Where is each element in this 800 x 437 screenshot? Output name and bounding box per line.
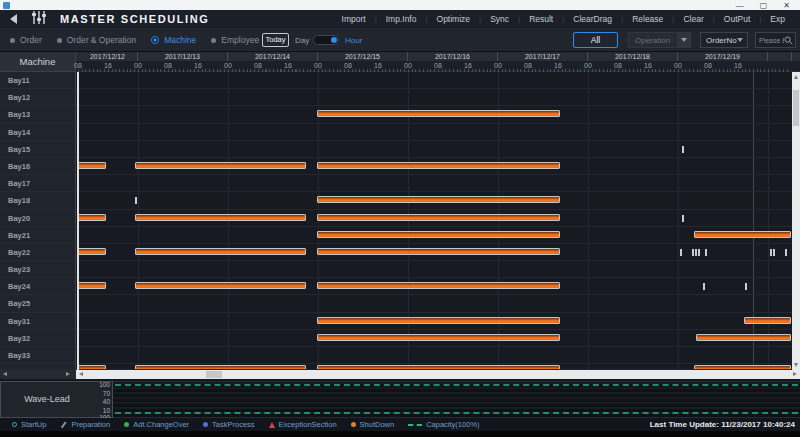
maximize-icon[interactable]: ▢ (760, 1, 768, 10)
vertical-scrollbar[interactable] (792, 72, 800, 370)
scroll-up-icon[interactable] (794, 75, 798, 79)
triangle-icon (269, 422, 275, 428)
task-mark[interactable] (785, 249, 787, 256)
chevron-down-icon (681, 38, 687, 42)
vertical-scroll-thumb[interactable] (793, 90, 799, 126)
task-mark[interactable] (745, 283, 747, 290)
hour-band: 0816000816000816000816000816000816000816… (76, 61, 800, 69)
hour-tick-label: 16 (554, 62, 562, 69)
menu-item-release[interactable]: Release (623, 14, 672, 24)
task-mark[interactable] (698, 249, 700, 256)
left-panel-scrollbar[interactable] (0, 370, 76, 379)
task-mark[interactable] (135, 197, 137, 204)
operation-select[interactable]: Operation (628, 32, 691, 48)
task-mark[interactable] (682, 146, 684, 153)
legend-item-shutdown: ShutDown (351, 420, 395, 429)
view-mode-employee[interactable]: Employee (211, 35, 259, 45)
menu-item-output[interactable]: OutPut (715, 14, 759, 24)
task-bar[interactable] (744, 317, 791, 324)
dot-icon (124, 422, 129, 427)
view-mode-order-operation[interactable]: Order & Operation (57, 35, 136, 45)
machine-name: Bay22 (0, 244, 75, 261)
legend-item-preparation: Preparation (60, 420, 110, 429)
gantt-row-bay17 (76, 175, 792, 192)
date-segment: 2017/12/14 (228, 52, 318, 61)
gantt-row-bay20 (76, 210, 792, 227)
toggle-knob[interactable] (331, 37, 337, 43)
date-label: 2017/12/14 (228, 52, 317, 61)
view-mode-machine[interactable]: Machine (151, 35, 196, 45)
task-bar[interactable] (317, 282, 560, 289)
task-mark[interactable] (770, 249, 772, 256)
last-update-status: Last Time Update: 11/23/2017 10:40:24 (650, 420, 795, 429)
menu-item-result[interactable]: Result (520, 14, 562, 24)
menu-item-optimize[interactable]: Optimize (428, 14, 480, 24)
machine-row-label: Bay16 (0, 158, 75, 175)
search-icon[interactable] (784, 31, 793, 49)
search-input[interactable] (756, 37, 784, 44)
hour-tick-label: 08 (74, 62, 82, 69)
task-mark[interactable] (773, 249, 775, 256)
hour-tick-label: 08 (524, 62, 532, 69)
scroll-right-icon[interactable] (66, 372, 70, 376)
orderno-select[interactable]: OrderNo (700, 32, 748, 48)
task-bar[interactable] (135, 282, 306, 289)
task-bar[interactable] (78, 214, 106, 221)
menu-item-imp-info[interactable]: Imp.Info (377, 14, 426, 24)
day-label: Day (295, 36, 309, 45)
menu-item-cleardrag[interactable]: ClearDrag (564, 14, 621, 24)
task-bar[interactable] (317, 110, 560, 117)
task-mark[interactable] (705, 249, 707, 256)
slash-icon (61, 421, 66, 428)
all-button[interactable]: All (573, 32, 618, 48)
minimize-icon[interactable]: — (736, 1, 744, 10)
task-bar[interactable] (78, 162, 106, 169)
task-bar[interactable] (696, 334, 791, 341)
gantt-row-bay22 (76, 244, 792, 261)
day-hour-toggle[interactable] (313, 35, 339, 45)
gantt-row-bay21 (76, 227, 792, 244)
task-bar[interactable] (317, 317, 560, 324)
chevron-down-icon (737, 38, 743, 42)
task-bar[interactable] (135, 214, 306, 221)
menu-item-exp[interactable]: Exp (761, 14, 794, 24)
view-mode-order[interactable]: Order (10, 35, 42, 45)
back-icon[interactable] (10, 14, 17, 24)
task-bar[interactable] (694, 231, 790, 238)
scroll-down-icon[interactable] (794, 363, 798, 367)
task-bar[interactable] (317, 248, 560, 255)
task-mark[interactable] (682, 215, 684, 222)
operation-caret-box[interactable] (677, 33, 690, 47)
scroll-right-icon[interactable] (793, 372, 797, 376)
menu-item-sync[interactable]: Sync (481, 14, 518, 24)
horizontal-scrollbar[interactable] (76, 370, 800, 379)
task-bar[interactable] (317, 162, 560, 169)
scroll-left-icon[interactable] (3, 372, 7, 376)
task-bar[interactable] (135, 162, 306, 169)
task-bar[interactable] (317, 196, 560, 203)
horizontal-scroll-thumb[interactable] (206, 371, 222, 378)
task-bar[interactable] (317, 231, 560, 238)
gantt-row-bay23 (76, 261, 792, 278)
task-bar[interactable] (317, 214, 560, 221)
wave-y-label: 40 (103, 398, 110, 405)
task-bar[interactable] (317, 334, 560, 341)
machine-row-label: Bay17 (0, 175, 75, 192)
task-mark[interactable] (695, 249, 697, 256)
task-mark[interactable] (703, 283, 705, 290)
date-segment: 2017/12/12 (78, 52, 138, 61)
hour-tick-label: 00 (584, 62, 592, 69)
close-icon[interactable]: ✕ (783, 1, 790, 10)
task-bar[interactable] (78, 282, 106, 289)
today-button[interactable]: Today (262, 33, 289, 47)
task-mark[interactable] (680, 249, 682, 256)
menu-item-import[interactable]: Import (333, 14, 375, 24)
legend-item-startup: StartUp (12, 420, 46, 429)
task-bar[interactable] (135, 248, 306, 255)
task-bar[interactable] (78, 248, 106, 255)
task-mark[interactable] (692, 249, 694, 256)
scroll-left-icon[interactable] (79, 372, 83, 376)
legend-label: StartUp (21, 420, 46, 429)
legend-item-taskprocess: TaskProcess (203, 420, 255, 429)
menu-item-clear[interactable]: Clear (674, 14, 712, 24)
